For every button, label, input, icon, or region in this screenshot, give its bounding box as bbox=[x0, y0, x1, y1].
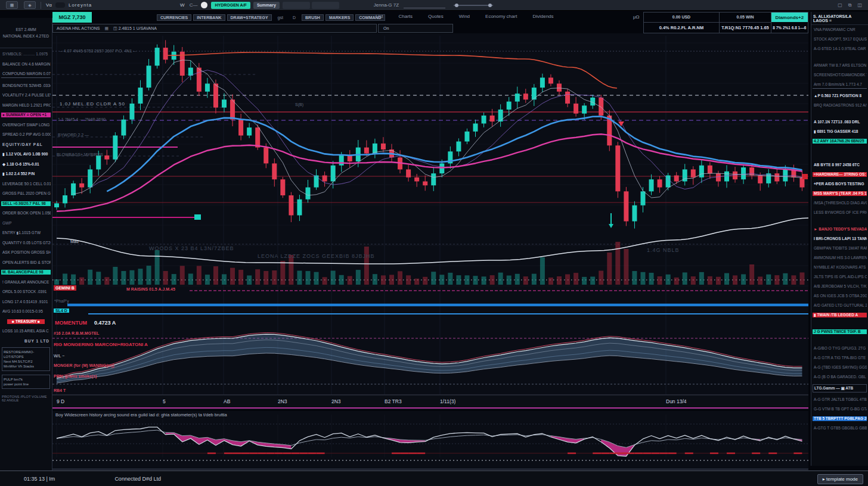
window-icon[interactable]: ◫ bbox=[857, 2, 862, 8]
tool-button[interactable]: BRUSH bbox=[302, 14, 324, 21]
watchlist-item[interactable]: A-G (B O BA GARAGED. GBL bbox=[813, 375, 867, 379]
note-box[interactable]: PULP bm7kpower point line bbox=[2, 375, 50, 389]
bottom-indicator-panel[interactable]: Boy Widescreen history arcing sound era … bbox=[52, 411, 808, 471]
watchlist-item[interactable]: A-G GTR A TIG TPA-BIG GTE bbox=[813, 356, 867, 360]
watchlist-item[interactable]: I BRI-CRONOS LAPI 13 TANNINS I bbox=[813, 236, 867, 241]
main-chart-svg[interactable]: 9 D5AB2N32N3B2 TR31/11(3)Dun 13/4 bbox=[52, 33, 808, 410]
main-chart[interactable]: 9 D5AB2N32N3B2 TR31/11(3)Dun 13/4 -- 4.0… bbox=[52, 33, 808, 410]
watchlist-item[interactable]: A/D GATED LTD GUTTURAL 2TBE bbox=[813, 303, 867, 308]
watchlist-item[interactable]: JILTS TIPS IS GPL AID-LIPS OTK bbox=[813, 275, 867, 279]
sidebar-item[interactable]: SYMBOLS: ……… 1.0975 bbox=[1, 52, 51, 57]
search-input[interactable] bbox=[404, 2, 445, 8]
watchlist-item[interactable]: A/B JEROBOAM 5 VILCH, T/K bbox=[813, 284, 867, 289]
sidebar-item[interactable]: GWP bbox=[1, 221, 51, 226]
sidebar-item[interactable]: BALANCE ON 4.6 MARGIN (TSE) bbox=[1, 62, 51, 67]
sidebar-item[interactable]: ● SUMMARY = OPEN +1 bbox=[1, 113, 51, 117]
watchlist-item[interactable]: GBM/PAN TIDBITS 1M/AT RAREBIT bbox=[813, 246, 867, 251]
toggle-pill[interactable] bbox=[55, 2, 65, 8]
watchlist-item[interactable]: VNA PANORAMIC CNR bbox=[813, 27, 867, 32]
record-icon[interactable] bbox=[201, 2, 207, 8]
diamonds-button[interactable]: Diamonds+2 bbox=[771, 13, 808, 22]
on-toggle-box[interactable]: On bbox=[378, 24, 453, 33]
watchlist-item[interactable]: SCREENSHOT/DIAMONDBK 79.90 bbox=[813, 73, 867, 77]
sidebar-item[interactable]: ASK POSITION GROSS SHOW bbox=[1, 250, 51, 255]
tool-button[interactable]: MARKERS bbox=[326, 14, 354, 21]
sidebar-item[interactable]: COMPOUND MARGIN 0.0710 bbox=[1, 71, 51, 78]
watchlist-item[interactable]: G-G VTM B TB GPT G-BG GTA bbox=[813, 407, 867, 412]
watchlist-item[interactable]: A-GTG T GTB5 GBGBLG GBB bbox=[813, 426, 867, 431]
watchlist-item[interactable]: A-G 6TED 14-1 0.9TEAL OAR bbox=[813, 46, 867, 51]
watchlist-item[interactable]: ▮ 6891 TIG GASSER 418 bbox=[813, 129, 867, 134]
watchlist-item[interactable] bbox=[813, 339, 867, 341]
watchlist-item[interactable]: AS ON IGES JCB 5 OTBA 20G bbox=[813, 294, 867, 298]
order-box[interactable]: RESTORE/AMMO-LOT/STOPSNext M4.5/LTC/F2Mm… bbox=[2, 347, 50, 371]
watchlist-item[interactable]: ▮ TWAIN /TB LEGGED A bbox=[813, 313, 867, 317]
watchlist-item[interactable]: BRQ RADIOASTRONS 912 A/S 2.6 bbox=[813, 103, 867, 108]
watchlist-item[interactable] bbox=[813, 56, 867, 58]
watchlist-item[interactable]: LTG.Gamm — ▣ ATB bbox=[813, 384, 867, 392]
watchlist-item[interactable]: J G PWNS TWICE TGIF. B bbox=[813, 329, 867, 334]
watchlist-item[interactable]: A-G GTR JALTLB TGBGL 4TB bbox=[813, 397, 867, 402]
watchlist-item[interactable]: A-G (TBD IGES SAYING) GGS bbox=[813, 365, 867, 370]
menu-item[interactable]: List bbox=[376, 14, 383, 19]
sidebar-item[interactable]: M. BALANCE/PALE 98 bbox=[1, 270, 51, 275]
watchlist-item[interactable]: NYMBLE AT KOSOVARS ATS 10/6 bbox=[813, 265, 867, 270]
sidebar-item[interactable]: ENTRY ▮1.1015 GTW bbox=[1, 230, 51, 235]
sidebar-item[interactable]: ◆ 1.18 O-6 15%-0.01 bbox=[1, 162, 51, 167]
sidebar-item[interactable]: LONG 17.4 0.51419 .9101 bbox=[1, 300, 51, 304]
watchlist-item[interactable] bbox=[813, 322, 867, 325]
template-mode-button[interactable]: ▸ template mode bbox=[817, 474, 863, 484]
watchlist-item[interactable]: /MSA (THRESHOLD DIAG AVOWAL bbox=[813, 201, 867, 205]
watchlist-item[interactable] bbox=[813, 113, 867, 115]
watchlist-item[interactable]: ARMAR TW 8.7 ARS ELTSON bbox=[813, 63, 867, 68]
sidebar-item[interactable]: OPEN ALERTS BID & STOP bbox=[1, 260, 51, 265]
tool-button[interactable]: DRAW+STRATEGY bbox=[227, 14, 272, 21]
watchlist-item[interactable] bbox=[813, 220, 867, 222]
watchlist-item[interactable]: ≡HARDWARE— 3TRING OS: PD bbox=[813, 172, 867, 177]
sidebar-item[interactable]: SELL ≈0.98/20.7 P&L 98 bbox=[1, 201, 51, 206]
sidebar-item[interactable]: ORDL 5.00 STOCK .0391 bbox=[1, 289, 51, 294]
sidebar-item[interactable]: MARGIN HELD 1.2921 PROP bbox=[1, 103, 51, 108]
menu-item[interactable]: Quotes bbox=[428, 14, 444, 19]
summary-button[interactable]: Summary bbox=[253, 2, 280, 9]
blank-segment-2[interactable] bbox=[312, 2, 339, 9]
sidebar-item[interactable]: VOLATILITY 2.4 PULSE LEVEL bbox=[1, 93, 51, 98]
sidebar-item[interactable]: BUY 1 LTD bbox=[1, 339, 51, 344]
menu-item[interactable]: Charts bbox=[398, 14, 413, 19]
menu-item[interactable]: Economy chart bbox=[485, 14, 517, 19]
window-icon[interactable]: ⧉ bbox=[848, 2, 852, 8]
watchlist-item[interactable]: A-G/BO O TYG GPU/G3. 2TG bbox=[813, 346, 867, 351]
watchlist-item[interactable] bbox=[813, 155, 867, 158]
tool-button[interactable]: CURRENCIES bbox=[157, 14, 191, 21]
sidebar-item[interactable]: QUANTITY 0.05 LOTS GT20 bbox=[1, 241, 51, 245]
sidebar-item[interactable]: SPREAD 0.2 PIP AVG 0.0003 bbox=[1, 132, 51, 137]
grid-view-icon[interactable]: ▦ bbox=[104, 26, 108, 31]
sidebar-item[interactable]: GROSS P&L 2020 OPEN GT20 bbox=[1, 191, 51, 196]
watchlist-item[interactable]: LESS BYWORDS OF ICE PRICED bbox=[813, 210, 867, 215]
watchlist-item[interactable]: +PER AIDS BOYS TESTING bbox=[813, 182, 867, 186]
watchlist-item[interactable]: STOCK ADOPT, 5X17 EQUUS LIMO bbox=[813, 37, 867, 42]
blank-segment-1[interactable] bbox=[283, 2, 310, 9]
mode-chip[interactable]: HYDROGEN A/F bbox=[211, 2, 250, 9]
watchlist-item[interactable]: Arm 7.0 Bm/m/s/k 1.7T3 4.7 bbox=[813, 82, 867, 89]
sidebar-item[interactable]: OVERNIGHT SWAP LONG 0.54 bbox=[1, 123, 51, 127]
sidebar-item[interactable]: BONDS/NOTE 52W45 .03345 bbox=[1, 83, 51, 88]
menu-item[interactable]: Dividends bbox=[532, 14, 553, 19]
sidebar-item[interactable]: ▮ 1.02 2.4 552 P/N bbox=[1, 172, 51, 176]
zoom-slider[interactable] bbox=[454, 5, 493, 6]
menu-item[interactable]: Wind bbox=[459, 14, 470, 19]
sidebar-item[interactable]: ■ TREASURY ■ bbox=[7, 319, 45, 324]
sidebar-item[interactable]: EQUITY/DAY P&L bbox=[1, 142, 51, 147]
watchlist-item[interactable]: AMMONIUM HIS 3-0 LAWRENCES bbox=[813, 256, 867, 260]
grid-icon[interactable]: ▦ bbox=[6, 1, 18, 9]
watchlist-item[interactable]: 4.2 AMY 16A7N6.2N 6BN/25 bbox=[813, 139, 867, 144]
sidebar-item[interactable]: LOSS 10.15 ARIEL ASIA C bbox=[1, 329, 51, 334]
chart-toolbar[interactable]: AGENA HNL ACTIONS ▦ ◫ 2.4B15 1 U/SAVANA bbox=[52, 24, 377, 33]
sidebar-item[interactable]: ORDER BOOK OPEN 1.058 bbox=[1, 211, 51, 216]
sidebar-item[interactable]: ▮ 1.12 VOL AVG 1.0B 900 bbox=[1, 152, 51, 157]
watchlist-item[interactable]: TTB 5 TBRPTTT PGBLPAG 2G bbox=[813, 416, 867, 421]
sidebar-item[interactable]: LEVERAGE 50:1 CELL 0.017 bbox=[1, 182, 51, 186]
watchlist-item[interactable]: ▲P 0.563 7Z1 POSITION 8 bbox=[813, 94, 867, 98]
watchlist-item[interactable] bbox=[813, 148, 867, 151]
symbol-badge[interactable]: MGZ 7,730 bbox=[52, 12, 92, 23]
